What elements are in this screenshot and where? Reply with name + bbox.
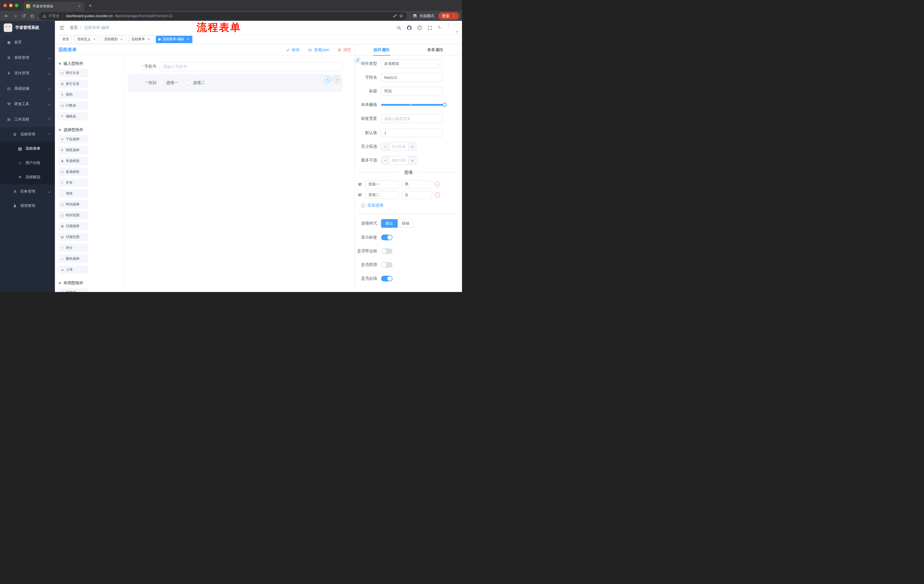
field-name-input[interactable] xyxy=(381,73,443,82)
save-button[interactable]: 保存 xyxy=(286,48,300,53)
plus-button[interactable] xyxy=(408,143,416,151)
tag-process-form-edit[interactable]: 流程表单-编辑 xyxy=(156,36,192,43)
default-value-input[interactable] xyxy=(381,128,443,137)
sidebar-item-process-form[interactable]: ▤ 流程表单 xyxy=(0,141,55,156)
required-switch[interactable] xyxy=(381,276,393,281)
copy-component-button[interactable] xyxy=(325,77,331,83)
close-window-button[interactable] xyxy=(3,4,7,7)
palette-item-counter[interactable]: 123计数器 xyxy=(58,102,88,110)
palette-item-cascader[interactable]: ⋔级联选择 xyxy=(58,146,88,154)
hamburger-menu-icon[interactable] xyxy=(59,25,64,30)
palette-item-switch[interactable]: ◐开关 xyxy=(58,179,88,187)
close-icon[interactable] xyxy=(147,38,151,41)
tag-home[interactable]: 首页 xyxy=(60,36,72,43)
option-value-input[interactable] xyxy=(402,191,432,199)
sidebar-item-workflow[interactable]: ⊞ 工作流程 xyxy=(0,112,55,127)
min-count-stepper[interactable]: 至少应选 xyxy=(381,142,417,151)
gender-option2-checkbox[interactable] xyxy=(187,81,191,85)
palette-item-checkbox-group[interactable]: ☑多选框组 xyxy=(58,168,88,176)
style-default-button[interactable]: 默认 xyxy=(381,219,398,228)
option-label-input[interactable] xyxy=(365,191,399,199)
update-button[interactable]: 更新 xyxy=(438,12,459,20)
option-value-input[interactable] xyxy=(402,180,432,188)
address-bar[interactable]: 不安全 dashboard.yudao.iocoder.cn /bpm/mana… xyxy=(39,12,407,20)
close-icon[interactable] xyxy=(92,38,96,41)
font-size-icon[interactable]: TT xyxy=(437,25,443,30)
sidebar-item-system[interactable]: ⚙ 系统管理 xyxy=(0,50,55,66)
search-icon[interactable] xyxy=(396,25,401,30)
tab-component-props[interactable]: 组件属性 xyxy=(355,44,409,56)
browser-tab[interactable]: 芋道管理系统 xyxy=(23,2,85,11)
palette-item-upload[interactable]: ☁上传 xyxy=(58,265,88,274)
drag-handle-icon[interactable] xyxy=(358,182,362,187)
palette-item-row-container[interactable]: ◫行容器 xyxy=(58,288,88,292)
sidebar-item-devtools[interactable]: ⚒ 研发工具 xyxy=(0,96,55,112)
plus-button[interactable] xyxy=(408,156,416,164)
drag-handle-icon[interactable] xyxy=(358,192,362,197)
tab-form-props[interactable]: 表单属性 xyxy=(409,44,462,56)
link-icon[interactable] xyxy=(355,57,361,63)
palette-item-password[interactable]: ∗密码 xyxy=(58,90,88,99)
sidebar-item-leave-query[interactable]: ♟ 请假查询 xyxy=(0,199,55,213)
zoom-window-button[interactable] xyxy=(15,4,18,7)
palette-item-date-range[interactable]: ▧日期范围 xyxy=(58,233,88,241)
back-icon[interactable] xyxy=(3,12,10,20)
palette-item-single-line-text[interactable]: ▭单行文本 xyxy=(58,69,88,77)
tab-close-icon[interactable] xyxy=(77,4,82,8)
close-icon[interactable] xyxy=(186,38,190,41)
gender-option1-checkbox[interactable] xyxy=(160,81,164,85)
sidebar-item-payment[interactable]: ¥ 支付管理 xyxy=(0,66,55,81)
canvas-field-phone[interactable]: 手机号 xyxy=(128,62,343,71)
github-icon[interactable] xyxy=(406,25,412,31)
minus-button[interactable] xyxy=(381,143,389,151)
component-type-select[interactable]: 多选框组 xyxy=(381,59,443,68)
minimize-window-button[interactable] xyxy=(9,4,13,7)
title-input[interactable] xyxy=(381,87,443,95)
disabled-switch[interactable] xyxy=(381,262,393,268)
palette-item-color-picker[interactable]: ◑颜色选择 xyxy=(58,255,88,263)
gender-option2-label[interactable]: 选项二 xyxy=(193,80,205,86)
forward-icon[interactable] xyxy=(12,12,19,20)
slider-handle[interactable] xyxy=(442,103,447,107)
add-option-button[interactable]: 添加选项 xyxy=(361,203,462,208)
security-label[interactable]: 不安全 xyxy=(48,13,59,18)
max-count-stepper[interactable]: 最多可选 xyxy=(381,156,417,165)
user-avatar[interactable] xyxy=(448,23,457,32)
border-switch[interactable] xyxy=(381,248,393,254)
tag-process-form[interactable]: 流程表单 xyxy=(129,36,153,43)
sidebar-item-user-group[interactable]: ☺ 用户分组 xyxy=(0,156,55,170)
help-icon[interactable]: ? xyxy=(417,25,422,30)
style-button-button[interactable]: 按钮 xyxy=(398,219,414,228)
sidebar-item-task-management[interactable]: ⋔ 任务管理 xyxy=(0,184,55,199)
palette-item-date-picker[interactable]: ▦日期选择 xyxy=(58,222,88,230)
palette-item-time-picker[interactable]: ◷时间选择 xyxy=(58,200,88,209)
remove-option-icon[interactable] xyxy=(435,182,440,187)
clear-button[interactable]: 清空 xyxy=(337,48,351,53)
label-width-input[interactable] xyxy=(381,114,443,123)
remove-option-icon[interactable] xyxy=(435,192,440,197)
form-canvas[interactable]: 手机号 性别 选项一 选项二 xyxy=(125,56,355,292)
browser-menu-icon[interactable] xyxy=(452,13,456,18)
tag-process-definition[interactable]: 流程定义 xyxy=(74,36,99,43)
gender-option1-label[interactable]: 选项一 xyxy=(166,80,178,86)
delete-component-button[interactable] xyxy=(333,77,340,83)
password-key-icon[interactable] xyxy=(393,14,397,18)
sidebar-item-infrastructure[interactable]: ⊟ 基础设施 xyxy=(0,81,55,96)
view-json-button[interactable]: 查看json xyxy=(308,48,329,53)
canvas-field-gender-selected[interactable]: 性别 选项一 选项二 xyxy=(128,74,343,92)
bookmark-star-icon[interactable] xyxy=(399,14,403,18)
option-label-input[interactable] xyxy=(365,180,399,188)
sidebar-item-process-model[interactable]: ✈ 流程模型 xyxy=(0,170,55,184)
app-logo[interactable]: 芋道管理系统 xyxy=(0,21,55,35)
palette-item-editor[interactable]: ✎编辑器 xyxy=(58,112,88,120)
palette-item-slider[interactable]: ↔滑块 xyxy=(58,189,88,198)
phone-input[interactable] xyxy=(160,62,343,71)
palette-item-select[interactable]: ⊚下拉选择 xyxy=(58,135,88,143)
palette-item-radio-group[interactable]: ◉单选框组 xyxy=(58,157,88,165)
palette-item-rate[interactable]: ☆评分 xyxy=(58,244,88,252)
new-tab-button[interactable]: + xyxy=(89,3,92,8)
close-icon[interactable] xyxy=(119,38,124,41)
home-icon[interactable] xyxy=(29,12,36,20)
minus-button[interactable] xyxy=(381,156,389,164)
palette-item-multi-line-text[interactable]: ▤多行文本 xyxy=(58,80,88,88)
